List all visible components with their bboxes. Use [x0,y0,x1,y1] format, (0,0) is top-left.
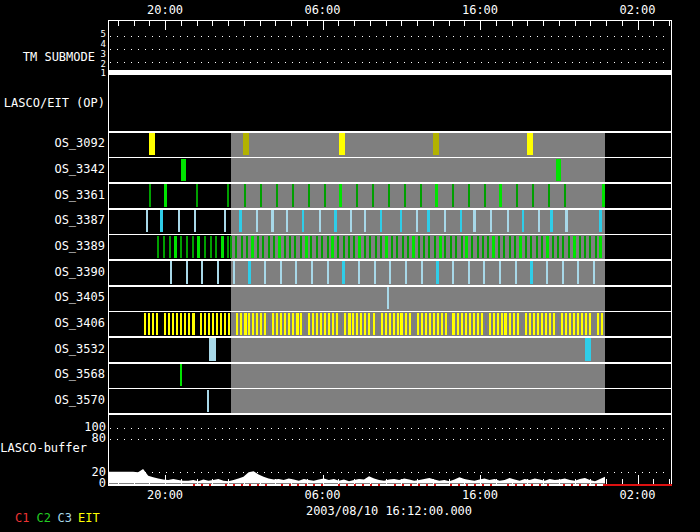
event-tick [308,313,310,335]
row-boundary-line [108,285,672,287]
time-tick-top [370,20,371,26]
c1-red-dot [249,484,251,486]
event-tick [358,236,361,258]
row-boundary-line [108,234,672,236]
event-tick [286,210,288,232]
buffer-usage-area-chart [108,413,672,484]
event-tick [515,261,517,283]
event-tick [484,184,486,206]
event-tick [585,313,587,335]
time-tick-top [260,20,261,26]
event-tick [396,236,398,258]
event-tick [565,313,567,335]
row-label-os-3389: OS_3389 [0,239,105,254]
event-tick [181,159,186,181]
event-tick [264,261,266,283]
c1-red-dot [225,484,227,486]
time-tick-top [433,20,434,26]
time-label-top: 06:00 [290,3,354,17]
event-tick [176,313,178,335]
event-tick [532,184,534,206]
event-tick [437,313,439,335]
event-tick [452,261,454,283]
event-tick [471,236,473,258]
event-tick [164,184,167,206]
event-tick [487,236,489,258]
time-tick-bottom [401,479,402,484]
event-tick [163,236,165,258]
row-label-os-3361: OS_3361 [0,188,105,203]
event-tick [369,236,371,258]
event-tick [499,261,501,283]
c1-red-dot [515,484,517,486]
event-tick [597,313,599,335]
event-tick [311,261,313,283]
event-tick [425,313,427,335]
event-tick [296,313,299,335]
event-tick [339,133,345,155]
submode-gridline [110,49,670,50]
event-tick [418,236,420,258]
plot-area: 20:0006:0016:0002:00 20:0006:0016:0002:0… [108,0,672,532]
event-tick [230,236,232,258]
event-tick [385,236,388,258]
event-tick [316,313,318,335]
row-label-os-3092: OS_3092 [0,136,105,151]
row-label-tm-submode: TM SUBMODE [0,50,95,65]
event-tick [397,313,399,335]
event-tick [224,313,226,335]
time-tick-bottom [527,479,528,484]
event-tick [468,261,470,283]
time-tick-top [638,20,639,30]
event-tick [152,313,154,335]
event-tick [146,210,148,232]
c1-red-dot [539,484,541,486]
event-tick [492,236,495,258]
c1-red-dot [418,484,420,486]
event-tick [452,313,455,335]
event-tick [557,236,559,258]
row-boundary-line [108,157,672,159]
time-label-bottom: 16:00 [448,488,512,502]
event-tick [292,313,294,335]
event-tick [536,236,538,258]
event-tick [493,313,495,335]
time-tick-top [323,20,324,30]
c1-red-dot [410,484,412,486]
event-tick [562,236,564,258]
event-row-os-3568 [108,362,672,388]
c1-red-dot [321,484,323,486]
time-tick-top [212,20,213,26]
event-tick [368,313,370,335]
row-boundary-line [108,336,672,338]
c1-red-dot [297,484,299,486]
event-tick [180,313,182,335]
event-tick [331,236,334,258]
event-tick [387,287,389,309]
event-tick [417,313,419,335]
event-tick [305,236,308,258]
event-tick [201,261,203,283]
c1-red-dot [490,484,492,486]
event-tick [489,313,491,335]
event-tick [300,313,302,335]
event-tick [455,236,457,258]
event-tick [577,261,579,283]
event-tick [374,261,376,283]
event-tick [579,236,581,258]
time-tick-top [590,20,591,26]
event-tick [541,236,543,258]
event-tick [356,184,358,206]
event-tick [204,313,206,335]
event-tick [482,236,484,258]
event-tick [562,261,564,283]
event-tick [541,313,543,335]
event-tick [389,313,391,335]
event-tick [400,210,402,232]
event-tick [509,236,511,258]
event-tick [436,261,439,283]
event-tick [530,261,533,283]
event-tick [461,236,463,258]
event-tick [332,313,334,335]
event-tick [169,236,171,258]
